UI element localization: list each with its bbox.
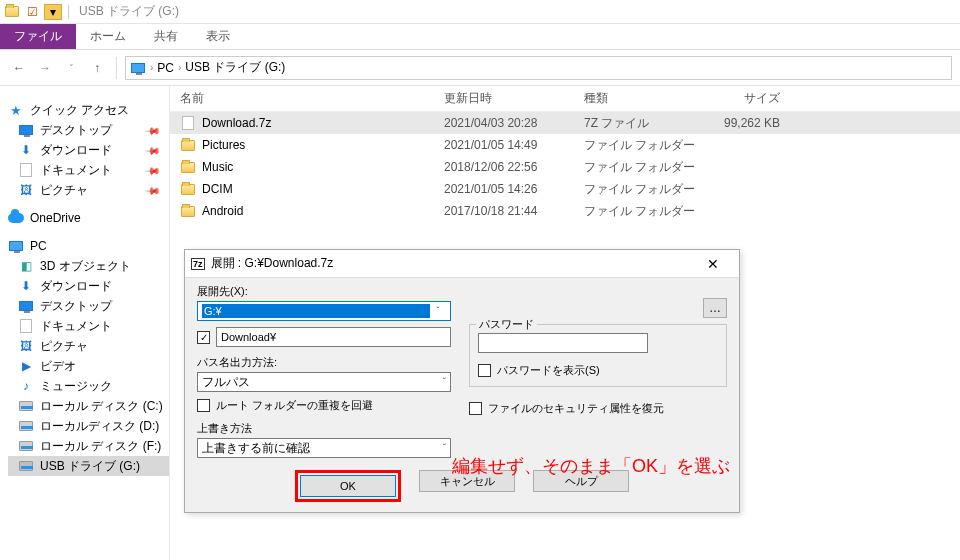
tab-file[interactable]: ファイル [0,24,76,49]
nav-documents[interactable]: ドキュメント📌 [8,160,169,180]
tab-home[interactable]: ホーム [76,24,140,49]
nav-downloads[interactable]: ⬇ダウンロード📌 [8,140,169,160]
annotation-text: 編集せず、そのまま「OK」を選ぶ [452,454,730,478]
col-type[interactable]: 種類 [584,90,700,107]
file-row[interactable]: Android 2017/10/18 21:44ファイル フォルダー [170,200,960,222]
folder-icon [180,137,196,153]
forward-button: → [34,57,56,79]
eliminate-dup-checkbox[interactable] [197,399,210,412]
show-password-label: パスワードを表示(S) [497,363,600,378]
nav-pictures[interactable]: 🖼ピクチャ📌 [8,180,169,200]
pin-icon: 📌 [145,122,161,138]
nav-desktop[interactable]: デスクトップ📌 [8,120,169,140]
nav-pc[interactable]: PC [8,236,169,256]
nav-disk-c[interactable]: ローカル ディスク (C:) [8,396,169,416]
show-password-checkbox[interactable] [478,364,491,377]
chevron-down-icon: ˇ [443,443,446,454]
qat-properties-icon[interactable]: ☑ [24,4,40,20]
address-bar[interactable]: › PC› USB ドライブ (G:) [125,56,952,80]
breadcrumb-drive[interactable]: USB ドライブ (G:) [185,59,285,76]
path-mode-label: パス名出力方法: [197,355,451,370]
overwrite-combo[interactable]: 上書きする前に確認ˇ [197,438,451,458]
close-button[interactable]: ✕ [693,256,733,272]
documents-icon [18,318,34,334]
disk-icon [18,418,34,434]
pc-icon [130,60,146,76]
qat-dropdown-icon[interactable]: ▾ [44,4,62,20]
nav-quick-access[interactable]: ★クイック アクセス [8,100,169,120]
chevron-right-icon[interactable]: › [150,62,153,73]
file-row[interactable]: DCIM 2021/01/05 14:26ファイル フォルダー [170,178,960,200]
titlebar: ☑ ▾ USB ドライブ (G:) [0,0,960,24]
nav-desktop-pc[interactable]: デスクトップ [8,296,169,316]
folder-icon [180,181,196,197]
nav-documents-pc[interactable]: ドキュメント [8,316,169,336]
password-legend: パスワード [476,317,537,332]
7z-icon: 7z [191,258,205,270]
pin-icon: 📌 [145,162,161,178]
ribbon: ファイル ホーム 共有 表示 [0,24,960,50]
usb-icon [18,458,34,474]
extract-to-label: 展開先(X): [197,284,451,299]
nav-disk-d[interactable]: ローカルディスク (D:) [8,416,169,436]
downloads-icon: ⬇ [18,278,34,294]
chevron-down-icon[interactable]: ˇ [430,306,446,317]
nav-onedrive[interactable]: OneDrive [8,208,169,228]
restore-security-label: ファイルのセキュリティ属性を復元 [488,401,664,416]
dialog-title: 展開 : G:¥Download.7z [211,255,334,272]
file-row[interactable]: Download.7z 2021/04/03 20:287Z ファイル99,26… [170,112,960,134]
pictures-icon: 🖼 [18,182,34,198]
cloud-icon [8,210,24,226]
pin-icon: 📌 [145,182,161,198]
desktop-icon [18,298,34,314]
desktop-icon [18,122,34,138]
nav-usb-g[interactable]: USB ドライブ (G:) [8,456,169,476]
nav-downloads-pc[interactable]: ⬇ダウンロード [8,276,169,296]
ok-button[interactable]: OK [300,475,396,497]
chevron-down-icon: ˇ [443,377,446,388]
folder-icon [4,4,20,20]
extract-to-combo[interactable]: ˇ [197,301,451,321]
tab-share[interactable]: 共有 [140,24,192,49]
breadcrumb-pc[interactable]: PC› [157,61,181,75]
file-row[interactable]: Pictures 2021/01/05 14:49ファイル フォルダー [170,134,960,156]
disk-icon [18,398,34,414]
overwrite-label: 上書き方法 [197,421,451,436]
restore-security-checkbox[interactable] [469,402,482,415]
downloads-icon: ⬇ [18,142,34,158]
nav-music[interactable]: ♪ミュージック [8,376,169,396]
tab-view[interactable]: 表示 [192,24,244,49]
folder-icon [180,203,196,219]
3d-icon: ◧ [18,258,34,274]
nav-pictures-pc[interactable]: 🖼ピクチャ [8,336,169,356]
file-icon [180,115,196,131]
back-button[interactable]: ← [8,57,30,79]
folder-icon [180,159,196,175]
documents-icon [18,162,34,178]
nav-disk-f[interactable]: ローカル ディスク (F:) [8,436,169,456]
window-title: USB ドライブ (G:) [79,3,179,20]
nav-3d-objects[interactable]: ◧3D オブジェクト [8,256,169,276]
extract-to-input[interactable] [202,304,430,318]
pc-icon [8,238,24,254]
video-icon: ▶ [18,358,34,374]
col-size[interactable]: サイズ [700,90,820,107]
path-mode-combo[interactable]: フルパスˇ [197,372,451,392]
col-date[interactable]: 更新日時 [444,90,584,107]
nav-videos[interactable]: ▶ビデオ [8,356,169,376]
file-row[interactable]: Music 2018/12/06 22:56ファイル フォルダー [170,156,960,178]
recent-dropdown[interactable]: ˅ [60,57,82,79]
eliminate-dup-label: ルート フォルダーの重複を回避 [216,398,373,413]
col-name[interactable]: 名前 [180,90,444,107]
ok-highlight-box: OK [295,470,401,502]
star-icon: ★ [8,102,24,118]
navigation-row: ← → ˅ ↑ › PC› USB ドライブ (G:) [0,50,960,86]
browse-button[interactable]: … [703,298,727,318]
pictures-icon: 🖼 [18,338,34,354]
disk-icon [18,438,34,454]
subfolder-input[interactable] [221,331,446,343]
password-input[interactable] [483,337,643,349]
pin-icon: 📌 [145,142,161,158]
subfolder-checkbox[interactable]: ✓ [197,331,210,344]
up-button[interactable]: ↑ [86,57,108,79]
